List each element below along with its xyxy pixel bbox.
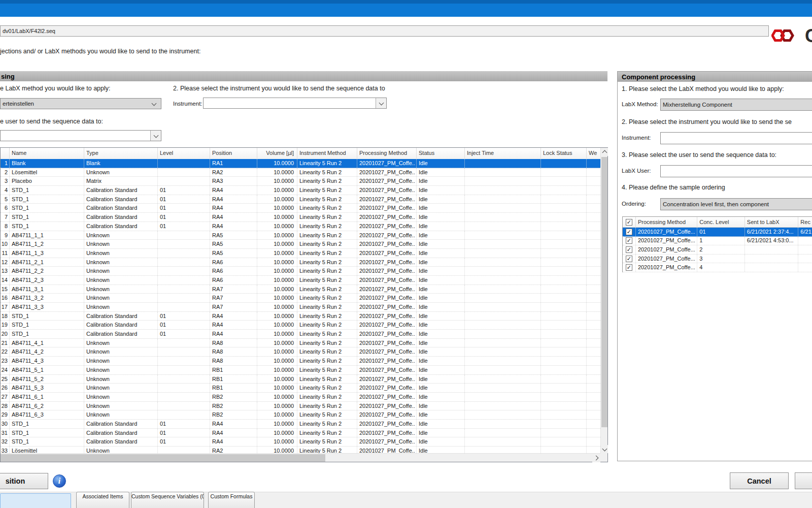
sequence-column-header[interactable]: Level [158, 148, 210, 159]
row-checkbox[interactable]: ✓ [626, 256, 632, 262]
sequence-column-header[interactable]: Lock Status [541, 148, 587, 159]
sequence-cell [158, 393, 210, 401]
sequence-row[interactable]: 29AB4711_6_3UnknownRB210.0000Linearity 5… [1, 410, 600, 420]
row-checkbox[interactable]: ✓ [626, 264, 632, 271]
component-cell [745, 263, 799, 272]
sequence-row[interactable]: 3PlaceboMatrixRA310.0000Linearity 5 Run … [1, 177, 600, 186]
sequence-row[interactable]: 6STD_1Calibration Standard01RA410.0000Li… [1, 204, 600, 213]
sequence-row[interactable]: 5STD_1Calibration Standard01RA410.0000Li… [1, 195, 600, 204]
dropdown-button[interactable] [150, 131, 161, 141]
sequence-column-header[interactable]: Inject Time [465, 148, 541, 159]
component-labx-user-dropdown[interactable] [660, 165, 812, 177]
component-column-header[interactable]: Conc. Level [697, 217, 745, 227]
sequence-row[interactable]: 14AB4711_2_3UnknownRA610.0000Linearity 5… [1, 276, 600, 285]
sequence-column-header[interactable]: Status [417, 148, 465, 159]
sequence-row[interactable]: 22AB4711_4_2UnknownRA810.0000Linearity 5… [1, 347, 600, 357]
row-checkbox[interactable]: ✓ [626, 219, 632, 226]
sequence-row[interactable]: 26AB4711_5_3UnknownRB110.0000Linearity 5… [1, 384, 600, 393]
sequence-cell: AB4711_3_3 [10, 303, 84, 311]
sequence-row[interactable]: 33LösemittelUnknownRA210.0000Linearity 5… [1, 447, 600, 453]
ordering-dropdown[interactable]: Concentration level first, then componen… [660, 198, 812, 210]
sequence-row[interactable]: 9AB4711_1_1UnknownRA510.0000Linearity 5 … [1, 231, 600, 240]
sequence-row[interactable]: 10AB4711_1_2UnknownRA510.0000Linearity 5… [1, 240, 600, 249]
component-labx-method-dropdown[interactable]: Mixherstellung Component [660, 99, 812, 111]
sequence-row[interactable]: 15AB4711_3_1UnknownRA710.0000Linearity 5… [1, 285, 600, 294]
chevron-down-icon [152, 101, 157, 106]
tab-custom-formulas[interactable]: Custom Formulas [208, 492, 255, 508]
labx-method-dropdown[interactable]: erteinstellen [0, 98, 161, 109]
row-checkbox[interactable]: ✓ [626, 237, 632, 244]
sequence-row[interactable]: 23AB4711_4_3UnknownRA810.0000Linearity 5… [1, 357, 600, 366]
scroll-down-button[interactable] [601, 445, 608, 453]
sequence-row[interactable]: 19STD_1Calibration Standard01RA410.0000L… [1, 321, 600, 330]
sequence-cell: Linearity 5 Run 2 [297, 447, 357, 453]
select-all-checkbox-cell[interactable]: ✓ [623, 217, 636, 227]
sequence-row[interactable]: 24AB4711_5_1UnknownRB110.0000Linearity 5… [1, 366, 600, 375]
sequence-cell: RA4 [210, 186, 257, 195]
scroll-right-button[interactable] [592, 454, 600, 462]
sequence-cell: RA4 [210, 321, 257, 329]
info-icon[interactable]: i [53, 474, 66, 488]
component-row[interactable]: ✓20201027_PM_Coffe...2 [623, 245, 812, 255]
tab-associated-items[interactable]: Associated Items [76, 492, 129, 508]
vertical-scrollbar[interactable] [600, 148, 607, 453]
window-top-edge [0, 0, 812, 4]
sequence-row[interactable]: 28AB4711_6_2UnknownRB210.0000Linearity 5… [1, 402, 600, 411]
sequence-row[interactable]: 13AB4711_2_2UnknownRA610.0000Linearity 5… [1, 267, 600, 276]
cancel-button[interactable]: Cancel [730, 472, 789, 489]
sequence-row[interactable]: 32STD_1Calibration Standard01RA410.0000L… [1, 437, 600, 447]
sequence-column-header[interactable]: Volume [µl] [257, 148, 297, 159]
sequence-column-header[interactable]: Instrument Method [297, 148, 357, 159]
sequence-row[interactable]: 1BlankBlankRA110.0000Linearity 5 Run 220… [1, 159, 600, 168]
sequence-cell [587, 393, 600, 401]
sequence-row[interactable]: 21AB4711_4_1UnknownRA810.0000Linearity 5… [1, 339, 600, 348]
dropdown-button[interactable] [376, 98, 386, 108]
sequence-row[interactable]: 2LösemittelUnknownRA210.0000Linearity 5 … [1, 168, 600, 177]
sequence-column-header[interactable]: Name [10, 148, 84, 159]
sequence-row[interactable]: 31STD_1Calibration Standard01RA410.0000L… [1, 429, 600, 438]
component-row[interactable]: ✓20201027_PM_Coffe...016/21/2021 2:37:4.… [623, 228, 812, 237]
tab-custom-sequence-variables[interactable]: Custom Sequence Variables (0) [131, 492, 204, 508]
component-instrument-dropdown[interactable] [660, 132, 812, 144]
sequence-cell [158, 366, 210, 374]
sequence-row[interactable]: 25AB4711_5_2UnknownRB110.0000Linearity 5… [1, 375, 600, 384]
instrument-dropdown[interactable] [203, 98, 387, 109]
horizontal-scrollbar[interactable] [1, 453, 600, 462]
labx-user-dropdown[interactable] [0, 130, 161, 141]
position-button[interactable]: sition [0, 473, 48, 489]
ok-button-fragment[interactable] [795, 472, 812, 489]
sequence-row[interactable]: 30STD_1Calibration Standard01RA410.0000L… [1, 420, 600, 429]
component-row[interactable]: ✓20201027_PM_Coffe...16/21/2021 4:53:0..… [623, 237, 812, 246]
component-column-header[interactable]: Sent to LabX [745, 217, 799, 227]
sequence-column-header[interactable]: Processing Method [357, 148, 417, 159]
sequence-cell: RB1 [210, 366, 257, 374]
sequence-row[interactable]: 18STD_1Calibration Standard01RA410.0000L… [1, 312, 600, 321]
row-checkbox[interactable]: ✓ [626, 246, 632, 253]
sequence-row[interactable]: 20STD_1Calibration Standard01RA410.0000L… [1, 330, 600, 339]
horizontal-scroll-thumb[interactable] [1, 454, 325, 462]
sequence-row[interactable]: 12AB4711_2_1UnknownRA610.0000Linearity 5… [1, 258, 600, 267]
component-column-header[interactable]: Rec [798, 217, 812, 227]
sequence-row[interactable]: 7STD_1Calibration Standard01RA410.0000Li… [1, 213, 600, 222]
sequence-column-header[interactable]: We [587, 148, 600, 159]
sequence-cell: Linearity 5 Run 2 [297, 312, 357, 321]
sequence-column-header[interactable]: Type [84, 148, 158, 159]
sequence-row[interactable]: 17AB4711_3_3UnknownRA710.0000Linearity 5… [1, 303, 600, 312]
sequence-path-field[interactable]: dv01/LabX/F42l2.seq [0, 25, 769, 37]
component-row[interactable]: ✓20201027_PM_Coffe...3 [623, 255, 812, 264]
component-column-header[interactable]: Processing Method [636, 217, 697, 227]
sequence-row[interactable]: 11AB4711_1_3UnknownRA510.0000Linearity 5… [1, 249, 600, 258]
component-row[interactable]: ✓20201027_PM_Coffe...4 [623, 263, 812, 272]
sequence-row[interactable]: 4STD_1Calibration Standard01RA410.0000Li… [1, 186, 600, 195]
sequence-row[interactable]: 8STD_1Calibration Standard01RA410.0000Li… [1, 222, 600, 231]
row-checkbox[interactable]: ✓ [626, 229, 632, 235]
vertical-scroll-thumb[interactable] [601, 157, 607, 427]
sequence-cell: Idle [417, 213, 465, 221]
sequence-row[interactable]: 27AB4711_6_1UnknownRB210.0000Linearity 5… [1, 393, 600, 402]
sequence-column-header[interactable]: Position [210, 148, 257, 159]
sequence-row[interactable]: 16AB4711_3_2UnknownRA710.0000Linearity 5… [1, 294, 600, 303]
sequence-column-header[interactable] [1, 148, 10, 159]
sequence-cell: 20201027_PM_Coffe.. [357, 393, 417, 401]
scroll-up-button[interactable] [601, 148, 608, 156]
sequence-cell [587, 384, 600, 392]
